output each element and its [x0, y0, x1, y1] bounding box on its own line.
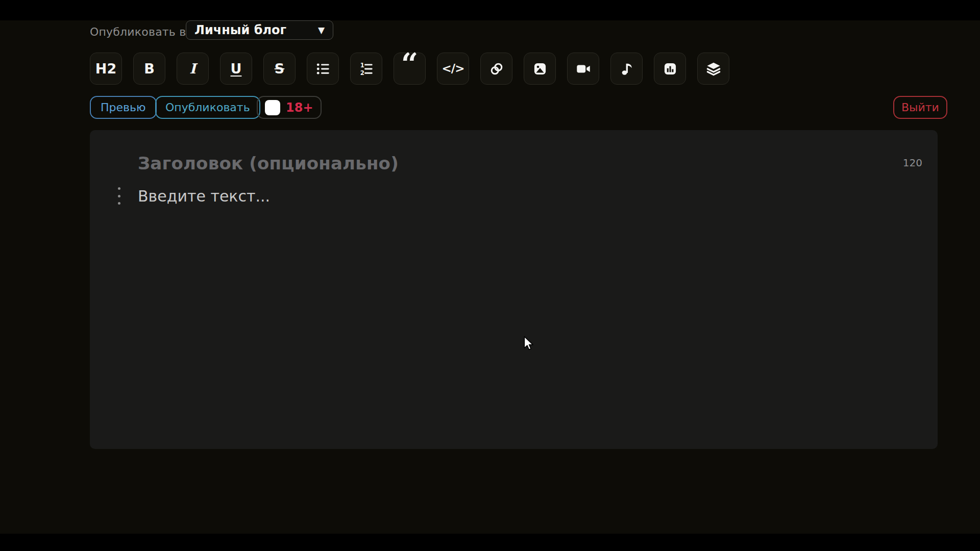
title-char-counter: 120 — [903, 157, 922, 169]
underline-button[interactable]: U — [220, 53, 252, 85]
layers-icon — [706, 61, 721, 77]
link-icon — [489, 62, 504, 76]
editor-panel: Заголовок (опционально) 120 Введите текс… — [90, 130, 938, 449]
image-icon — [533, 62, 547, 76]
video-camera-icon — [576, 61, 591, 77]
body-text-input[interactable]: Введите текст... — [138, 187, 270, 205]
action-row: Превью Опубликовать 18+ Выйти — [0, 96, 980, 119]
publish-button-label: Опубликовать — [165, 101, 250, 114]
letterbox-top — [0, 0, 980, 20]
heading-2-icon: H2 — [95, 62, 116, 76]
publish-to-label: Опубликовать в — [90, 26, 186, 38]
bulleted-list-icon — [316, 62, 330, 76]
blockquote-button[interactable]: “ — [394, 53, 426, 85]
blog-destination-select[interactable]: Личный блог ▼ — [186, 20, 333, 40]
blog-select-value: Личный блог — [194, 23, 312, 37]
block-drag-handle-icon[interactable] — [115, 187, 122, 205]
strikethrough-button[interactable]: S — [263, 53, 296, 85]
music-note-icon — [620, 62, 634, 76]
bar-chart-icon — [663, 62, 677, 76]
image-button[interactable] — [524, 53, 556, 85]
adult-checkbox[interactable] — [265, 100, 280, 115]
preview-button[interactable]: Превью — [90, 96, 157, 119]
letterbox-bottom — [0, 534, 980, 551]
svg-text:1: 1 — [360, 62, 364, 69]
audio-button[interactable] — [610, 53, 643, 85]
strikethrough-icon: S — [275, 62, 284, 76]
numbered-list-button[interactable]: 1 2 — [350, 53, 382, 85]
link-button[interactable] — [480, 53, 512, 85]
chevron-down-icon: ▼ — [318, 25, 325, 35]
publish-button[interactable]: Опубликовать — [155, 96, 260, 119]
layers-button[interactable] — [697, 53, 729, 85]
code-icon: </> — [442, 63, 464, 74]
bulleted-list-button[interactable] — [307, 53, 339, 85]
bold-button[interactable]: B — [133, 53, 165, 85]
blockquote-icon: “ — [401, 64, 418, 73]
code-button[interactable]: </> — [437, 53, 469, 85]
italic-icon: I — [189, 62, 196, 76]
svg-text:2: 2 — [360, 69, 364, 76]
formatting-toolbar: H2 B I U S 1 2 “ — [90, 53, 729, 85]
underline-icon: U — [231, 62, 242, 76]
exit-button-label: Выйти — [901, 101, 939, 114]
italic-button[interactable]: I — [177, 53, 209, 85]
title-input[interactable]: Заголовок (опционально) — [138, 153, 399, 173]
heading-2-button[interactable]: H2 — [90, 53, 122, 85]
video-button[interactable] — [567, 53, 599, 85]
statistics-button[interactable] — [654, 53, 686, 85]
exit-button[interactable]: Выйти — [893, 96, 947, 119]
adult-label: 18+ — [286, 101, 313, 115]
bold-icon: B — [144, 62, 155, 76]
preview-button-label: Превью — [101, 101, 146, 114]
numbered-list-icon: 1 2 — [359, 62, 374, 76]
adult-content-group: 18+ — [257, 96, 322, 119]
